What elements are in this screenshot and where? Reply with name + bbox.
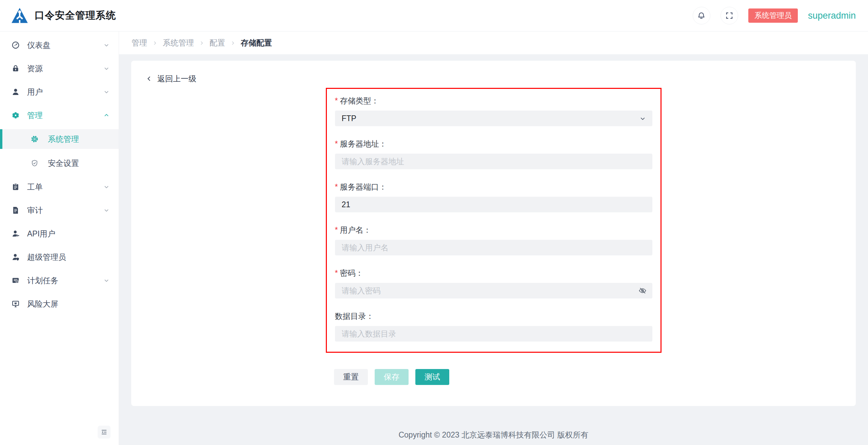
- field-label: * 服务器端口：: [335, 182, 652, 192]
- dashboard-icon: [11, 41, 20, 50]
- chevron-down-icon: [103, 277, 110, 284]
- sidebar-item-scheduled-tasks[interactable]: 计划任务: [0, 271, 119, 290]
- form-buttons: 重置 保存 测试: [334, 369, 856, 385]
- field-label: * 服务器地址：: [335, 139, 652, 149]
- admin-user-icon: [11, 253, 20, 262]
- field-server-address: * 服务器地址：: [335, 139, 652, 169]
- back-link-label: 返回上一级: [157, 74, 196, 84]
- field-storage-type: * 存储类型： FTP: [335, 96, 652, 126]
- chevron-down-icon: [103, 183, 110, 190]
- brand: 口令安全管理系统: [11, 7, 116, 24]
- storage-config-form: * 存储类型： FTP: [326, 88, 662, 353]
- chevron-right-icon: [230, 40, 236, 46]
- username-link[interactable]: superadmin: [808, 11, 856, 21]
- gear-icon: [31, 135, 39, 143]
- data-directory-input[interactable]: [335, 326, 652, 342]
- server-port-input[interactable]: [335, 197, 652, 212]
- sidebar-item-label: 用户: [27, 87, 103, 97]
- test-button[interactable]: 测试: [415, 369, 449, 385]
- field-label: * 用户名：: [335, 225, 652, 235]
- top-header: 口令安全管理系统 系统管理员 superadmin: [0, 0, 868, 32]
- field-label: * 存储类型：: [335, 96, 652, 106]
- field-data-directory: 数据目录：: [335, 311, 652, 342]
- role-badge: 系统管理员: [748, 8, 798, 23]
- copyright-text: Copyright © 2023 北京远泰瑞博科技有限公司 版权所有: [398, 430, 588, 440]
- sidebar-item-work-orders[interactable]: 工单: [0, 177, 119, 196]
- sidebar-item-system-management[interactable]: 系统管理: [0, 129, 119, 149]
- footer: Copyright © 2023 北京远泰瑞博科技有限公司 版权所有: [119, 406, 868, 445]
- clipboard-icon: [11, 182, 20, 191]
- sidebar-collapse-button[interactable]: [98, 426, 111, 439]
- body-row: 仪表盘 资源 用户 管理 系统管理: [0, 32, 868, 445]
- sidebar-item-label: 工单: [27, 182, 103, 192]
- chevron-right-icon: [152, 40, 158, 46]
- reset-button[interactable]: 重置: [334, 369, 368, 385]
- sidebar-item-label: 安全设置: [48, 158, 119, 169]
- breadcrumb-item-system-management[interactable]: 系统管理: [163, 38, 194, 48]
- sidebar-item-label: 系统管理: [48, 134, 119, 144]
- lock-icon: [11, 64, 20, 73]
- breadcrumb-item-management[interactable]: 管理: [132, 38, 147, 48]
- sidebar-item-label: 计划任务: [27, 275, 103, 286]
- main-area: 管理 系统管理 配置 存储配置 返回上一级: [119, 32, 868, 445]
- server-address-input[interactable]: [335, 154, 652, 169]
- breadcrumb-item-config[interactable]: 配置: [210, 38, 225, 48]
- chevron-left-icon: [145, 75, 153, 82]
- sidebar-item-label: 管理: [27, 110, 103, 121]
- chevron-down-icon: [103, 65, 110, 72]
- chevron-down-icon: [103, 207, 110, 214]
- field-username: * 用户名：: [335, 225, 652, 255]
- eye-off-icon: [638, 286, 647, 295]
- chevron-right-icon: [199, 40, 205, 46]
- chevron-down-icon[interactable]: [639, 115, 646, 122]
- save-button[interactable]: 保存: [375, 369, 409, 385]
- sidebar-item-dashboard[interactable]: 仪表盘: [0, 36, 119, 55]
- api-user-icon: [11, 229, 20, 238]
- sidebar-item-resources[interactable]: 资源: [0, 59, 119, 78]
- user-icon: [11, 88, 20, 96]
- required-asterisk: *: [335, 96, 338, 106]
- sidebar-item-label: API用户: [27, 229, 110, 239]
- app-logo-icon: [11, 7, 28, 24]
- app-title: 口令安全管理系统: [35, 9, 116, 22]
- content-area: 返回上一级 * 存储类型： FTP: [119, 54, 868, 445]
- schedule-icon: [11, 276, 20, 285]
- chevron-down-icon: [103, 89, 110, 95]
- sidebar: 仪表盘 资源 用户 管理 系统管理: [0, 32, 119, 445]
- storage-type-select[interactable]: FTP: [335, 111, 652, 126]
- required-asterisk: *: [335, 139, 338, 149]
- notification-bell-button[interactable]: [693, 7, 710, 24]
- sidebar-item-super-admin[interactable]: 超级管理员: [0, 248, 119, 267]
- field-label: 数据目录：: [335, 311, 652, 321]
- chevron-up-icon: [103, 112, 110, 119]
- sidebar-item-risk-dashboard[interactable]: 风险大屏: [0, 294, 119, 313]
- back-link[interactable]: 返回上一级: [145, 74, 196, 84]
- field-label: * 密码：: [335, 268, 652, 278]
- breadcrumb-current-storage-config: 存储配置: [241, 38, 272, 48]
- sidebar-item-label: 仪表盘: [27, 40, 103, 51]
- chevron-down-icon: [103, 42, 110, 49]
- monitor-icon: [11, 299, 20, 308]
- storage-config-card: 返回上一级 * 存储类型： FTP: [131, 61, 856, 406]
- field-password: * 密码：: [335, 268, 652, 298]
- bell-icon: [697, 11, 706, 20]
- toggle-password-visibility-button[interactable]: [638, 286, 647, 295]
- fullscreen-icon: [725, 11, 734, 20]
- app-root: 口令安全管理系统 系统管理员 superadmin 仪表盘 资源: [0, 0, 868, 445]
- sidebar-item-management[interactable]: 管理: [0, 106, 119, 125]
- password-input[interactable]: [335, 283, 652, 298]
- sidebar-item-audit[interactable]: 审计: [0, 201, 119, 220]
- fullscreen-button[interactable]: [721, 7, 738, 24]
- sidebar-item-label: 超级管理员: [27, 252, 110, 263]
- collapse-sidebar-icon: [100, 428, 108, 436]
- sidebar-item-label: 资源: [27, 63, 103, 74]
- required-asterisk: *: [335, 268, 338, 278]
- sidebar-item-users[interactable]: 用户: [0, 82, 119, 101]
- username-input[interactable]: [335, 240, 652, 255]
- sidebar-item-api-users[interactable]: API用户: [0, 224, 119, 243]
- breadcrumb: 管理 系统管理 配置 存储配置: [119, 32, 868, 54]
- header-right: 系统管理员 superadmin: [693, 7, 856, 24]
- document-icon: [11, 206, 20, 215]
- sidebar-item-security-settings[interactable]: 安全设置: [0, 153, 119, 173]
- field-server-port: * 服务器端口：: [335, 182, 652, 212]
